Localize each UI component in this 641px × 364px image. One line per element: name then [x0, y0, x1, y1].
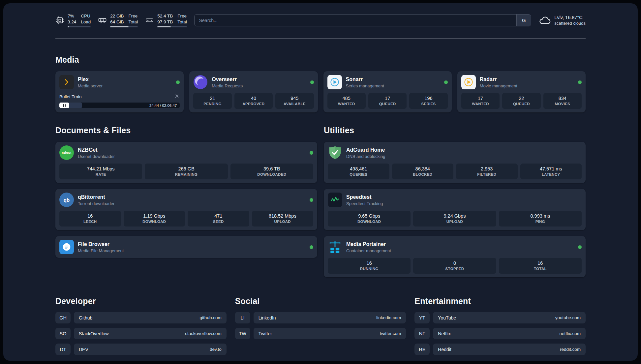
- status-dot: [176, 80, 180, 84]
- link-reddit[interactable]: RE Reddit reddit.com: [414, 344, 586, 355]
- app-subtitle: Media Requests: [212, 83, 243, 88]
- stat-value: 0: [414, 260, 495, 266]
- app-subtitle: Usenet downloader: [78, 154, 115, 159]
- link-stackoverflow[interactable]: SO StackOverflow stackoverflow.com: [55, 328, 227, 339]
- stat-tile: 498,461 QUERIES: [328, 164, 389, 179]
- link-dev[interactable]: DT DEV dev.to: [55, 344, 227, 355]
- stat-label: QUEUED: [504, 102, 539, 106]
- link-bar: Github github.com: [74, 312, 227, 323]
- search-input[interactable]: [195, 15, 517, 26]
- overseerr-card[interactable]: Overseerr Media Requests 21 PENDING 40 A…: [189, 71, 318, 112]
- stat-value: 17: [463, 96, 498, 101]
- stat-label: REMAINING: [146, 172, 226, 176]
- media-card-grid: Plex Media server Bullet Train: [55, 71, 586, 112]
- ram-stats-widget: 22 GiB 64 GiB Free Total: [98, 13, 138, 27]
- speedtest-meta: Speedtest Speedtest Tracking: [346, 194, 383, 206]
- search-engine-button[interactable]: G: [516, 15, 531, 26]
- disk-icon: [145, 16, 154, 25]
- cpu-stats-widget: 7% 3.24 CPU Load: [55, 13, 91, 27]
- app-name: File Browser: [78, 241, 124, 247]
- stat-value: 744.21 Mbps: [61, 166, 141, 171]
- link-github[interactable]: GH Github github.com: [55, 312, 227, 323]
- link-twitter[interactable]: TW Twitter twitter.com: [235, 328, 406, 339]
- app-name: Media Portainer: [346, 241, 391, 247]
- sonarr-card-header: Sonarr Series management: [327, 75, 448, 89]
- nzbget-icon: nzbget: [59, 145, 74, 160]
- speedtest-graph-icon: [328, 193, 342, 207]
- app-name: Overseerr: [212, 76, 243, 82]
- qbittorrent-card-header: qb qBittorrent Torrent downloader: [59, 193, 313, 207]
- radarr-card-header: Radarr Movie management: [461, 75, 582, 89]
- stat-label: LATENCY: [522, 172, 581, 176]
- memory-icon: [98, 16, 107, 25]
- stat-label: DOWNLOAD: [125, 220, 184, 224]
- stat-value: 16: [61, 213, 120, 219]
- portainer-card-header: Media Portainer Container management: [328, 240, 582, 254]
- stat-tiles: 16 LEECH 1.19 Gbps DOWNLOAD 471 SEED 6: [59, 207, 313, 227]
- stat-tile: 17 QUEUED: [368, 93, 407, 109]
- stat-tile: 0 STOPPED: [413, 258, 496, 274]
- adguard-meta: AdGuard Home DNS and adblocking: [346, 147, 385, 159]
- ram-total-label: Total: [129, 19, 138, 25]
- stat-label: MOVIES: [545, 102, 580, 106]
- playback-time: 24:44 / 02:06:47: [149, 104, 177, 107]
- links-grid: Developer GH Github github.com SO StackO…: [55, 296, 586, 361]
- stat-tile: 266 GB REMAINING: [145, 164, 228, 179]
- link-youtube[interactable]: YT YouTube youtube.com: [414, 312, 586, 323]
- stat-tile: 9.24 Gbps UPLOAD: [413, 211, 496, 227]
- app-subtitle: Media server: [78, 83, 103, 88]
- stat-label: FILTERED: [457, 172, 516, 176]
- stat-value: 618.52 Mbps: [253, 213, 312, 219]
- link-url: dev.to: [210, 347, 222, 352]
- stat-tile: 0.993 ms PING: [499, 211, 582, 227]
- portainer-card[interactable]: Media Portainer Container management 16 …: [324, 236, 586, 277]
- link-netflix[interactable]: NF Netflix netflix.com: [414, 328, 586, 339]
- stat-tile: 618.52 Mbps UPLOAD: [252, 211, 314, 227]
- link-bar: Netflix netflix.com: [433, 328, 586, 339]
- link-url: twitter.com: [380, 331, 401, 336]
- documents-column: Documents & Files nzbget NZBGet Usenet d…: [55, 126, 317, 258]
- search-bar: G: [194, 14, 532, 26]
- link-url: reddit.com: [560, 347, 581, 352]
- qbittorrent-meta: qBittorrent Torrent downloader: [78, 194, 114, 206]
- utilities-section-title: Utilities: [324, 126, 586, 135]
- app-name: Radarr: [480, 76, 517, 82]
- link-abbr-badge: NF: [414, 328, 430, 339]
- cloud-icon: [538, 14, 551, 27]
- status-dot: [578, 80, 582, 84]
- stat-label: LEECH: [61, 220, 120, 224]
- filebrowser-icon: [59, 240, 74, 254]
- seek-bar[interactable]: 24:44 / 02:06:47: [59, 103, 180, 108]
- gear-icon[interactable]: [174, 93, 180, 100]
- media-section-title: Media: [55, 55, 586, 65]
- plex-meta: Plex Media server: [78, 76, 103, 88]
- nzbget-card-header: nzbget NZBGet Usenet downloader: [59, 145, 313, 160]
- stat-tiles: 485 WANTED 17 QUEUED 196 SERIES: [327, 89, 448, 109]
- nzbget-card[interactable]: nzbget NZBGet Usenet downloader 744.21 M…: [55, 142, 317, 183]
- stat-value: 21: [195, 96, 230, 101]
- speedtest-card[interactable]: Speedtest Speedtest Tracking 9.65 Gbps D…: [324, 189, 586, 230]
- plex-card[interactable]: Plex Media server Bullet Train: [55, 71, 184, 112]
- app-name: qBittorrent: [78, 194, 114, 200]
- link-url: linkedin.com: [376, 315, 401, 320]
- link-linkedin[interactable]: LI LinkedIn linkedin.com: [235, 312, 406, 323]
- filebrowser-card-header: File Browser Media File Management: [59, 240, 313, 254]
- adguard-card[interactable]: AdGuard Home DNS and adblocking 498,461 …: [324, 142, 586, 183]
- qbittorrent-card[interactable]: qb qBittorrent Torrent downloader 16 LEE…: [55, 189, 317, 230]
- radarr-card[interactable]: Radarr Movie management 17 WANTED 22 QUE…: [457, 71, 586, 112]
- stat-value: 9.65 Gbps: [329, 213, 409, 219]
- stat-value: 39.6 TB: [232, 166, 312, 171]
- social-section-title: Social: [235, 296, 406, 306]
- stat-tile: 744.21 Mbps RATE: [59, 164, 142, 179]
- stat-tiles: 16 RUNNING 0 STOPPED 16 TOTAL: [328, 254, 582, 274]
- stat-label: PENDING: [195, 102, 230, 106]
- link-url: stackoverflow.com: [185, 331, 221, 336]
- link-name: LinkedIn: [259, 315, 276, 320]
- documents-section-title: Documents & Files: [55, 126, 317, 135]
- pause-button[interactable]: [59, 103, 69, 108]
- app-name: NZBGet: [78, 147, 115, 153]
- disk-free-value: 52.4 TB: [157, 13, 173, 19]
- filebrowser-card[interactable]: File Browser Media File Management: [55, 236, 317, 258]
- sonarr-card[interactable]: Sonarr Series management 485 WANTED 17 Q…: [323, 71, 452, 112]
- stat-value: 17: [370, 96, 405, 101]
